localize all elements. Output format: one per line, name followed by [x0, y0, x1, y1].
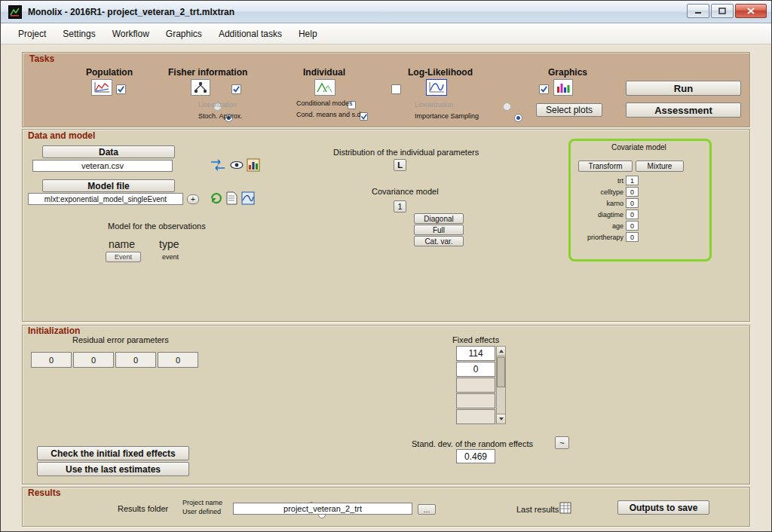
assessment-button[interactable]: Assessment	[626, 102, 741, 118]
use-last-estimates-button[interactable]: Use the last estimates	[37, 462, 189, 476]
menu-workflow[interactable]: Workflow	[104, 25, 158, 43]
loglik-linearization-label: Linearization	[415, 101, 453, 109]
covariate-row: celltype	[556, 187, 639, 197]
menu-graphics[interactable]: Graphics	[158, 25, 210, 43]
view-data-eye-icon[interactable]	[229, 159, 244, 174]
residual-param-input[interactable]	[158, 352, 198, 368]
population-checkbox[interactable]	[116, 84, 126, 94]
results-folder-label: Results folder	[118, 504, 168, 513]
loglik-task-icon[interactable]	[426, 79, 447, 96]
add-model-button[interactable]: +	[187, 194, 199, 204]
stand-dev-label: Stand. dev. of the random effects	[412, 439, 533, 448]
fisher-task-icon[interactable]	[191, 79, 210, 96]
residual-param-input[interactable]	[31, 352, 72, 368]
maximize-button[interactable]	[711, 4, 734, 18]
obs-type-value: event	[162, 253, 179, 261]
results-folder-input[interactable]	[233, 503, 412, 515]
monolix-window: Monolix - 2016R1- project_veteran_2_trt.…	[0, 0, 772, 532]
diagonal-button[interactable]: Diagonal	[414, 213, 464, 224]
covariance-label: Covariance model	[372, 187, 439, 196]
distribution-value-button[interactable]: L	[394, 159, 406, 171]
covariate-row: trt	[556, 176, 639, 185]
initialization-header: Initialization	[28, 326, 80, 336]
app-icon	[8, 5, 22, 19]
model-edit-icon[interactable]	[210, 191, 223, 208]
cond-means-label: Cond. means and s.d.	[296, 111, 363, 118]
fixed-effect-input[interactable]	[456, 378, 495, 393]
loglik-importance-label: Importance Sampling	[415, 112, 479, 120]
tilde-button[interactable]: ~	[555, 436, 569, 449]
covariate-value-input[interactable]	[626, 198, 639, 208]
fixed-effects-label: Fixed effects	[452, 335, 499, 344]
model-file-button[interactable]: Model file	[42, 179, 175, 192]
residual-param-input[interactable]	[115, 352, 156, 368]
fixed-effect-input[interactable]	[456, 409, 495, 424]
obs-name-button[interactable]: Event	[106, 252, 141, 262]
model-document-icon[interactable]	[226, 191, 237, 208]
covariate-name: diagtime	[598, 211, 623, 219]
model-file-input[interactable]	[28, 193, 183, 205]
model-explore-icon[interactable]	[241, 191, 255, 208]
run-button[interactable]: Run	[626, 81, 741, 96]
individual-task-icon[interactable]	[314, 79, 335, 96]
full-button[interactable]: Full	[414, 225, 464, 235]
menu-bar: Project Settings Workflow Graphics Addit…	[1, 23, 772, 44]
loglik-linearization-radio[interactable]	[503, 102, 511, 111]
individual-checkbox[interactable]	[391, 84, 401, 94]
data-button[interactable]: Data	[42, 145, 175, 158]
scroll-down-arrow[interactable]	[497, 414, 505, 423]
loglik-label: Log-Likelihood	[408, 67, 473, 78]
fisher-linearization-label: Linearization	[198, 101, 237, 109]
fisher-label: Fisher information	[168, 67, 247, 78]
check-initial-fixed-effects-button[interactable]: Check the initial fixed effects	[37, 446, 189, 460]
close-button[interactable]	[735, 4, 767, 18]
covariate-name: priortherapy	[587, 234, 623, 241]
covariate-row: age	[556, 221, 639, 231]
population-task-icon[interactable]	[91, 79, 112, 96]
graphics-task-icon[interactable]	[553, 79, 573, 96]
observations-label: Model for the observations	[108, 222, 206, 231]
covariate-value-input[interactable]	[626, 221, 639, 231]
fixed-effect-input[interactable]	[456, 346, 495, 361]
covariate-name: karno	[606, 200, 623, 207]
stand-dev-input[interactable]	[456, 449, 495, 463]
mixture-button[interactable]: Mixture	[636, 161, 684, 172]
data-chart-icon[interactable]	[247, 158, 260, 175]
residual-error-label: Residual error parameters	[72, 335, 169, 344]
fixed-effect-input[interactable]	[456, 362, 495, 377]
population-label: Population	[86, 67, 133, 78]
loglik-checkbox[interactable]	[539, 84, 549, 94]
menu-help[interactable]: Help	[290, 25, 326, 43]
scrollbar-thumb[interactable]	[497, 357, 505, 387]
menu-project[interactable]: Project	[10, 25, 54, 43]
select-plots-button[interactable]: Select plots	[536, 103, 602, 117]
covariate-value-input[interactable]	[626, 176, 639, 185]
data-format-icon[interactable]	[210, 159, 226, 174]
conditional-modes-label: Conditional modes	[296, 99, 353, 107]
cat-var-button[interactable]: Cat. var.	[414, 236, 464, 246]
project-name-label: Project name	[182, 499, 222, 506]
fisher-checkbox[interactable]	[231, 84, 241, 94]
covariance-value-button[interactable]: 1	[394, 200, 406, 212]
covariate-value-input[interactable]	[626, 209, 639, 219]
fixed-effect-input[interactable]	[456, 393, 495, 408]
covariate-value-input[interactable]	[626, 232, 639, 242]
data-file-input[interactable]	[32, 160, 173, 172]
outputs-to-save-button[interactable]: Outputs to save	[617, 500, 709, 515]
transform-button[interactable]: Transform	[578, 161, 633, 172]
title-bar: Monolix - 2016R1- project_veteran_2_trt.…	[1, 1, 772, 23]
covariate-row: diagtime	[556, 209, 639, 219]
graphics-label: Graphics	[548, 67, 587, 78]
last-results-icon[interactable]	[559, 502, 571, 517]
browse-button[interactable]: ...	[418, 504, 436, 515]
minimize-button[interactable]	[687, 4, 709, 18]
covariate-value-input[interactable]	[626, 187, 639, 197]
fixed-effects-scrollbar[interactable]	[496, 346, 506, 424]
individual-label: Individual	[303, 67, 345, 78]
covariate-name: celltype	[600, 188, 623, 196]
scroll-up-arrow[interactable]	[497, 347, 505, 356]
menu-settings[interactable]: Settings	[54, 25, 103, 43]
loglik-importance-radio[interactable]	[514, 114, 522, 122]
menu-additional-tasks[interactable]: Additional tasks	[210, 25, 290, 43]
residual-param-input[interactable]	[73, 352, 114, 368]
